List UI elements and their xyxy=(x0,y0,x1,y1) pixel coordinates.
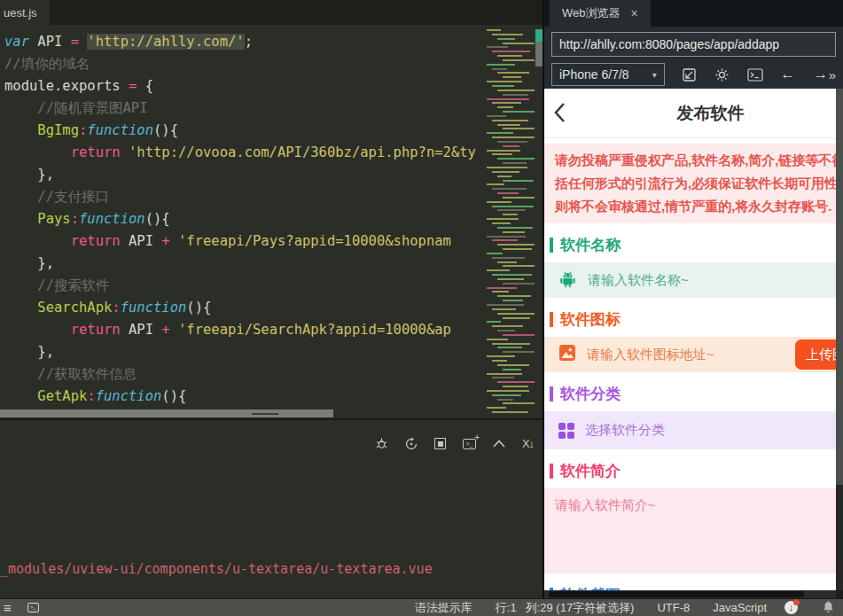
console-output: _modules/uview-ui/components/u-textarea/… xyxy=(0,514,433,616)
page-viewport: 发布软件 请勿投稿严重侵权产品,软件名称,简介,链接等不得包 括任何形式的引流行… xyxy=(544,89,836,590)
new-console-icon[interactable]: >_ xyxy=(462,436,477,451)
toolbar-overflow-icon[interactable]: » xyxy=(829,67,834,82)
category-placeholder: 选择软件分类 xyxy=(585,422,665,439)
code-line[interactable]: //获取软件信息 xyxy=(4,363,483,386)
scrollbar-corner xyxy=(836,590,843,598)
code-line[interactable]: BgImg:function(){ xyxy=(4,120,483,142)
code-line[interactable]: //支付接口 xyxy=(4,186,483,208)
rotate-device-icon[interactable] xyxy=(682,66,698,82)
collapse-panel-icon[interactable] xyxy=(491,436,506,451)
browser-toolbar: http://ahlly.com:8080/pages/app/addapp i… xyxy=(544,27,843,89)
section-bar xyxy=(550,386,553,402)
scrollbar-handle xyxy=(252,413,278,415)
scrollbar-thumb[interactable] xyxy=(549,591,804,597)
code-line[interactable]: GetApk:function(){ xyxy=(4,386,483,408)
code-line[interactable]: }, xyxy=(4,341,483,363)
warning-line: 括任何形式的引流行为,必须保证软件长期可用性,否 xyxy=(555,172,836,195)
section-bar xyxy=(550,312,553,327)
code-line[interactable]: return 'http://ovooa.com/API/360bz/api.p… xyxy=(4,142,483,164)
update-notification-icon[interactable]: ↓ xyxy=(784,601,798,614)
close-icon[interactable]: × xyxy=(631,6,638,20)
device-select-value: iPhone 6/7/8 xyxy=(559,67,629,82)
code-line[interactable]: //填你的域名 xyxy=(4,53,483,75)
gear-icon[interactable] xyxy=(714,66,730,82)
browser-tab-label: Web浏览器 xyxy=(562,5,621,21)
ide-window: uest.js var API = 'http://ahlly.com/';//… xyxy=(0,0,843,616)
app-name-placeholder: 请输入软件名称~ xyxy=(588,272,689,289)
encoding-status[interactable]: UTF-8 xyxy=(657,601,690,614)
browser-vertical-scrollbar[interactable] xyxy=(836,89,843,590)
section-title-name: 软件名称 xyxy=(550,234,836,255)
section-title-intro: 软件简介 xyxy=(550,460,836,481)
minimap-thumb xyxy=(535,42,542,66)
browser-tabbar: Web浏览器 × xyxy=(544,0,843,27)
restart-icon[interactable] xyxy=(403,436,418,451)
code-line[interactable]: //随机背景图API xyxy=(4,97,483,120)
editor-horizontal-scrollbar[interactable] xyxy=(0,409,333,417)
app-name-input[interactable]: 请输入软件名称~ xyxy=(544,262,836,298)
code-line[interactable]: module.exports = { xyxy=(4,75,483,97)
intro-placeholder: 请输入软件简介~ xyxy=(555,497,656,512)
app-icon-url-input[interactable]: 请输入软件图标地址~ 上传图片 xyxy=(544,337,836,372)
section-title-category: 软件分类 xyxy=(550,383,836,404)
editor-tabbar: uest.js xyxy=(0,0,542,25)
cursor-line-status[interactable]: 行:1 xyxy=(496,600,517,616)
code-editor[interactable]: var API = 'http://ahlly.com/';//填你的域名mod… xyxy=(0,25,483,418)
section-title-icon: 软件图标 xyxy=(550,308,836,330)
console-toolbar: >_ X↓ xyxy=(374,436,535,451)
web-browser-panel: Web浏览器 × http://ahlly.com:8080/pages/app… xyxy=(542,0,843,598)
clear-console-icon[interactable]: X↓ xyxy=(520,436,535,451)
editor-tab-request-js[interactable]: uest.js xyxy=(0,0,50,25)
image-icon xyxy=(558,344,576,365)
upload-image-button[interactable]: 上传图片 xyxy=(795,339,836,370)
code-line[interactable]: return API + 'freeapi/Pays?appid=10000&s… xyxy=(4,230,483,253)
notification-badge xyxy=(793,599,800,605)
warning-line: 则将不会审核通过,情节严重的,将永久封存账号. xyxy=(555,195,836,218)
section-title-screenshot: 软件截图 xyxy=(550,584,836,590)
editor-tab-label: uest.js xyxy=(4,6,37,19)
back-arrow-icon[interactable]: ← xyxy=(780,66,796,82)
android-icon xyxy=(558,269,577,292)
language-status[interactable]: JavaScript xyxy=(713,601,767,614)
app-icon-placeholder: 请输入软件图标地址~ xyxy=(587,347,714,363)
code-line[interactable]: var API = 'http://ahlly.com/'; xyxy=(4,31,483,53)
code-line[interactable]: }, xyxy=(4,164,483,186)
minimap[interactable] xyxy=(484,29,535,418)
open-console-icon[interactable] xyxy=(747,66,763,82)
code-line[interactable]: Pays:function(){ xyxy=(4,208,483,230)
chevron-down-icon: ▾ xyxy=(652,70,657,80)
forward-arrow-icon[interactable]: → xyxy=(813,66,829,82)
cursor-column-status[interactable]: 列:29 (17字符被选择) xyxy=(526,600,635,616)
section-bar xyxy=(550,238,553,253)
code-line[interactable]: //搜索软件 xyxy=(4,275,483,297)
warning-banner: 请勿投稿严重侵权产品,软件名称,简介,链接等不得包 括任何形式的引流行为,必须保… xyxy=(544,144,836,223)
scrollbar-thumb[interactable] xyxy=(836,89,843,485)
debug-bug-icon[interactable] xyxy=(374,436,389,451)
warning-line: 请勿投稿严重侵权产品,软件名称,简介,链接等不得包 xyxy=(555,149,836,172)
minimap-scrollbar[interactable] xyxy=(535,25,542,418)
intro-textarea[interactable]: 请输入软件简介~ xyxy=(544,488,836,573)
browser-tab[interactable]: Web浏览器 × xyxy=(550,0,651,27)
minimap-viewport-indicator xyxy=(535,29,542,42)
url-input[interactable]: http://ahlly.com:8080/pages/app/addapp xyxy=(551,32,836,57)
code-line[interactable]: SearchApk:function(){ xyxy=(4,297,483,319)
console-panel: >_ X↓ _modules/uview-ui/components/u-tex… xyxy=(0,418,542,598)
page-header: 发布软件 xyxy=(544,89,836,138)
chevron-left-icon[interactable] xyxy=(553,102,566,127)
category-select[interactable]: 选择软件分类 xyxy=(544,411,836,449)
editor-panel: uest.js var API = 'http://ahlly.com/';//… xyxy=(0,0,542,598)
page-title: 发布软件 xyxy=(677,102,745,125)
section-bar xyxy=(550,464,553,479)
grid-icon xyxy=(558,423,574,439)
code-line[interactable]: }, xyxy=(4,253,483,275)
device-select[interactable]: iPhone 6/7/8 ▾ xyxy=(551,63,665,86)
bell-icon[interactable] xyxy=(823,600,834,616)
code-line[interactable]: return API + 'freeapi/SearchApk?appid=10… xyxy=(4,319,483,341)
browser-horizontal-scrollbar[interactable] xyxy=(544,590,836,598)
stop-icon[interactable] xyxy=(433,436,448,451)
console-file-path[interactable]: _modules/uview-ui/components/u-textarea/… xyxy=(0,558,433,581)
